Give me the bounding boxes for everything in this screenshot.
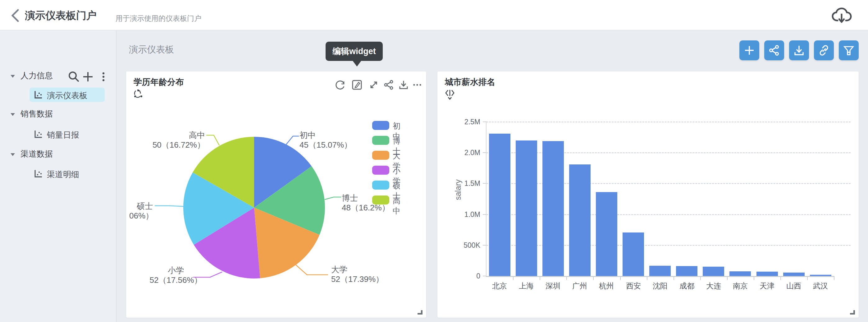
bar-深圳[interactable] — [542, 141, 564, 276]
x-tick — [754, 277, 754, 280]
y-tick-label: 1.0M — [443, 210, 480, 219]
sidebar-group-channel[interactable]: 渠道数据 — [0, 147, 117, 161]
bar-武汉[interactable] — [810, 275, 831, 276]
add-button[interactable] — [739, 40, 759, 60]
sidebar-item-sales-daily[interactable]: 销量日报 — [30, 127, 105, 141]
pie-label-line — [155, 206, 183, 206]
y-tick-label: 1.5M — [443, 179, 480, 188]
bar-山西[interactable] — [783, 272, 805, 276]
x-tick — [620, 277, 621, 280]
gridline — [486, 214, 850, 215]
gridline — [486, 183, 850, 184]
bar-广州[interactable] — [569, 165, 591, 276]
bar-北京[interactable] — [489, 134, 510, 276]
pie-label-line — [206, 135, 219, 145]
sidebar-item-label: 演示仪表板 — [47, 90, 87, 101]
y-tick — [483, 214, 486, 215]
bar-大连[interactable] — [703, 267, 724, 276]
y-tick-label: 2.5M — [443, 118, 480, 126]
bar-成都[interactable] — [676, 266, 698, 276]
share-button[interactable] — [764, 40, 784, 60]
caret-down-icon — [10, 74, 16, 80]
caret-down-icon — [10, 152, 16, 158]
app-header: 演示仪表板门户 用于演示使用的仪表板门户 — [0, 0, 868, 30]
pie-label-高中: 高中50（16.72%） — [143, 130, 205, 150]
x-tick — [513, 277, 514, 280]
x-tick — [807, 277, 808, 280]
x-tick — [674, 277, 674, 280]
x-axis-label: 天津 — [754, 281, 780, 291]
x-axis-label: 广州 — [566, 281, 593, 291]
y-tick-label: 0 — [443, 272, 480, 280]
caret-down-icon — [10, 112, 16, 118]
resize-handle-icon[interactable] — [850, 310, 855, 315]
x-axis-label: 深圳 — [539, 281, 566, 291]
chart-icon — [34, 130, 42, 140]
dashboard-title: 演示仪表板 — [129, 43, 174, 56]
filter-button[interactable] — [839, 40, 859, 60]
pie-label-line — [296, 265, 328, 275]
gridline — [486, 121, 850, 122]
sidebar-group-hr[interactable]: 人力信息 — [0, 69, 117, 83]
bar-西安[interactable] — [623, 233, 644, 276]
x-axis-label: 大连 — [700, 281, 727, 291]
x-tick — [539, 277, 540, 280]
x-axis-label: 杭州 — [593, 281, 620, 291]
sidebar-item-label: 渠道明细 — [47, 169, 79, 180]
pie-widget-card: 学历年龄分布 初中45（15.07%）博士48（16.2%）大学52（17.39… — [126, 71, 426, 318]
bar-南京[interactable] — [730, 271, 751, 276]
download-button[interactable] — [789, 40, 809, 60]
y-axis — [486, 121, 487, 276]
x-tick — [566, 277, 567, 280]
back-arrow-icon[interactable] — [9, 8, 22, 23]
x-tick — [647, 277, 647, 280]
pie-label-大学: 大学52（17.39%） — [331, 265, 412, 284]
sidebar-group-label: 销售数据 — [21, 109, 53, 119]
sidebar-group-label: 渠道数据 — [21, 149, 53, 159]
pie-label-line — [286, 136, 299, 145]
chart-icon — [34, 90, 42, 100]
link-button[interactable] — [814, 40, 834, 60]
y-tick — [483, 183, 486, 184]
sidebar-item-label: 销量日报 — [47, 129, 79, 141]
x-axis-label: 沈阳 — [647, 281, 674, 291]
x-axis-label: 上海 — [513, 281, 539, 291]
bar-上海[interactable] — [516, 141, 537, 276]
bar-天津[interactable] — [756, 272, 778, 276]
x-axis-label: 南京 — [727, 281, 754, 291]
pie-label-line — [324, 197, 341, 200]
sidebar-item-demo-dashboard[interactable]: 演示仪表板 — [30, 88, 105, 102]
cloud-download-icon[interactable] — [831, 7, 852, 24]
bar-沈阳[interactable] — [649, 266, 671, 276]
x-tick — [727, 277, 727, 280]
bar-杭州[interactable] — [596, 192, 617, 276]
sidebar-item-channel-detail[interactable]: 渠道明细 — [30, 167, 105, 181]
bar-chart: salary 0500K1.0M1.5M2.0M2.5M北京上海深圳广州杭州西安… — [437, 71, 859, 318]
sidebar-group-sales[interactable]: 销售数据 — [0, 107, 117, 121]
x-tick — [834, 277, 834, 280]
bar-widget-card: 城市薪水排名 salary 0500K1.0M1.5M2.0M2.5M北京上海深… — [437, 71, 859, 318]
legend-swatch — [372, 196, 389, 205]
x-axis-label: 武汉 — [807, 281, 834, 291]
pie-label-初中: 初中45（15.07%） — [300, 130, 380, 150]
legend-swatch — [372, 136, 389, 145]
tooltip-arrow — [352, 60, 362, 66]
x-axis-label: 成都 — [674, 281, 700, 291]
y-tick-label: 500K — [443, 241, 480, 250]
pie-label-硕士: 硕士06%） — [129, 201, 153, 221]
portal-title: 演示仪表板门户 — [25, 9, 97, 23]
x-axis-label: 西安 — [620, 281, 647, 291]
sidebar-group-label: 人力信息 — [21, 70, 53, 81]
y-tick — [483, 245, 486, 245]
x-tick — [593, 277, 594, 280]
y-tick-label: 2.0M — [443, 149, 480, 157]
x-axis — [486, 276, 834, 277]
gridline — [486, 245, 850, 246]
y-tick — [483, 152, 486, 153]
portal-subtitle: 用于演示使用的仪表板门户 — [116, 14, 201, 23]
y-tick — [483, 276, 486, 276]
x-axis-label: 北京 — [486, 281, 513, 291]
sidebar: 人力信息 演示仪表板 销售数据 销量日报 渠道数据 渠道明细 — [0, 30, 117, 322]
x-tick — [780, 277, 781, 280]
pie-label-小学: 小学52（17.56%） — [138, 266, 213, 285]
